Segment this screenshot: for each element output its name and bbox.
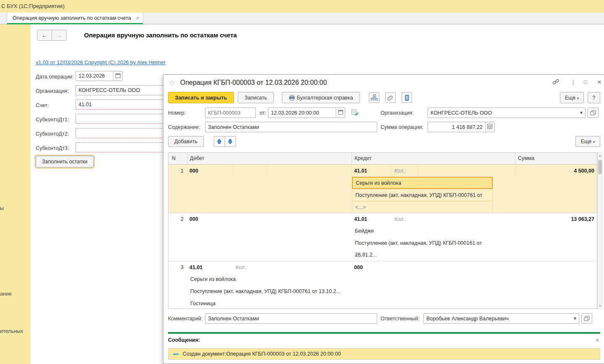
column-header-0[interactable]: N — [172, 155, 176, 161]
posting-row-1[interactable]: 100041.01Кол.:4 500,00Серьги из войлокаП… — [168, 165, 597, 213]
content-field[interactable] — [205, 122, 377, 132]
subconto3-field[interactable] — [76, 142, 163, 152]
calculator-icon — [487, 124, 492, 129]
column-header-2[interactable]: Кредит — [355, 155, 372, 161]
comment-field[interactable] — [205, 313, 377, 324]
row-number-cell[interactable]: 1 — [168, 168, 184, 174]
sum-cell[interactable]: 13 063,27 — [515, 216, 594, 222]
dialog-org-input[interactable] — [428, 108, 578, 118]
subconto2-input[interactable] — [76, 128, 163, 138]
account-input[interactable] — [76, 100, 163, 109]
number-input[interactable] — [205, 108, 255, 118]
scrollbar-thumb[interactable] — [598, 160, 602, 174]
subconto-cell[interactable]: <...> — [352, 201, 493, 213]
subconto-cell[interactable]: Гостиница — [187, 298, 351, 310]
debit-account-cell[interactable]: 000 — [189, 168, 231, 174]
close-dialog-icon[interactable]: × — [597, 79, 601, 85]
maximize-icon[interactable]: □ — [584, 79, 587, 85]
subconto1-input[interactable] — [76, 114, 163, 123]
subconto-cell[interactable]: Поступление (акт, накладная, УПД) КГБП-0… — [187, 285, 351, 298]
table-more-button[interactable]: Еще ▾ — [575, 136, 600, 147]
fill-balances-button[interactable]: Заполнить остатки — [36, 156, 94, 168]
register-records-button[interactable] — [402, 92, 412, 103]
dialog-org-field[interactable]: ▼ — [428, 107, 586, 118]
row-number-cell[interactable]: 3 — [168, 264, 184, 270]
org-open-button[interactable] — [588, 107, 599, 118]
cell-separator — [515, 165, 515, 177]
sum-calculator-button[interactable] — [485, 122, 494, 132]
credit-account-cell[interactable]: 41.01 — [354, 216, 392, 222]
header-separator — [515, 153, 515, 165]
date-calendar-button[interactable] — [113, 71, 122, 81]
save-and-close-button[interactable]: Записать и закрыть — [168, 92, 234, 103]
debit-account-cell[interactable]: 41.01 — [189, 264, 231, 270]
comment-input[interactable] — [205, 314, 377, 323]
org-input[interactable] — [76, 86, 163, 95]
responsible-open-button[interactable] — [581, 313, 592, 324]
credit-account-cell[interactable]: 000 — [354, 264, 392, 270]
accounting-note-button[interactable]: Бухгалтерская справка — [282, 92, 360, 103]
back-button[interactable]: ← — [37, 30, 52, 41]
messages-close-icon[interactable]: × — [596, 336, 599, 343]
subconto-cell[interactable]: Серьги из войлока — [352, 177, 493, 189]
account-field[interactable] — [76, 100, 163, 110]
responsible-input[interactable] — [424, 314, 571, 323]
account-label: Счет: — [36, 102, 49, 108]
posting-row-3[interactable]: 341.01Кол.:000Серьги из войлокаПоступлен… — [168, 261, 597, 309]
get-link-icon[interactable] — [552, 79, 559, 86]
subconto-cell[interactable]: <...> — [352, 249, 493, 262]
responsible-field[interactable]: ▼ — [423, 313, 579, 324]
operation-date-input[interactable] — [76, 71, 113, 81]
datetime-field[interactable] — [268, 107, 345, 118]
tab-label: Операция вручную заполнить по остаткам с… — [13, 15, 131, 21]
sidebar-item-partial-2[interactable]: ание — [0, 291, 12, 297]
scroll-up-icon[interactable]: ▲ — [598, 154, 602, 157]
move-down-button[interactable] — [225, 136, 236, 147]
content-input[interactable] — [205, 122, 377, 132]
chevron-down-icon[interactable]: ▼ — [573, 316, 577, 321]
move-up-button[interactable] — [214, 136, 225, 147]
forward-button[interactable]: → — [52, 30, 67, 41]
operation-date-field[interactable] — [76, 71, 123, 81]
number-field[interactable] — [205, 107, 256, 118]
tab-close-icon[interactable]: × — [136, 15, 139, 21]
subconto-cell[interactable]: Бейджи — [352, 225, 493, 237]
subconto3-input[interactable] — [76, 143, 163, 152]
message-item[interactable]: Создан документ:Операция КГБП-000003 от … — [168, 348, 600, 360]
posting-row-2[interactable]: 200041.01Кол.:13 063,27БейджиПоступление… — [168, 213, 597, 261]
subconto-cell[interactable]: Поступление (акт, накладная, УПД) КГБП-0… — [352, 189, 493, 201]
add-row-button[interactable]: Добавить — [168, 136, 204, 147]
sum-cell[interactable]: 4 500,00 — [515, 168, 594, 174]
subconto1-field[interactable] — [76, 114, 163, 124]
datetime-input[interactable] — [268, 108, 335, 118]
message-text: Создан документ:Операция КГБП-000003 от … — [183, 348, 341, 359]
version-copyright-link[interactable]: v1.03 от 12/03/2026 Copyright (C) 2026 b… — [36, 60, 165, 65]
attachments-button[interactable] — [385, 92, 396, 103]
subconto2-field[interactable] — [76, 128, 163, 138]
credit-qty-label: Кол.: — [394, 216, 424, 222]
column-header-3[interactable]: Сумма — [518, 155, 534, 161]
credit-account-cell[interactable]: 41.01 — [354, 168, 392, 174]
save-button[interactable]: Записать — [238, 92, 274, 103]
debit-account-cell[interactable]: 000 — [189, 216, 231, 222]
row-number-cell[interactable]: 2 — [168, 216, 184, 222]
org-field[interactable] — [76, 85, 163, 95]
structure-button[interactable] — [369, 92, 379, 103]
operation-sum-input[interactable] — [428, 122, 485, 132]
datetime-calendar-button[interactable] — [336, 108, 345, 118]
sidebar-item-partial-3[interactable]: ительных — [0, 328, 23, 334]
column-header-1[interactable]: Дебет — [190, 155, 205, 161]
sidebar-item-partial-1[interactable]: ы — [0, 205, 4, 211]
tab-operation[interactable]: Операция вручную заполнить по остаткам с… — [7, 13, 143, 24]
help-button[interactable]: ? — [588, 92, 600, 103]
favorite-star-icon[interactable]: ☆ — [168, 78, 175, 87]
subconto-cell[interactable]: Серьги из войлока — [187, 273, 351, 285]
subconto-cell[interactable]: Поступление (акт, накладная, УПД) КГБП-0… — [352, 237, 493, 249]
more-menu-icon[interactable]: ⋮ — [570, 79, 576, 86]
set-time-button[interactable] — [349, 107, 360, 118]
scroll-down-icon[interactable]: ▼ — [598, 304, 602, 307]
table-scrollbar[interactable]: ▲ ▼ — [597, 152, 602, 309]
operation-sum-field[interactable] — [428, 122, 495, 132]
chevron-down-icon[interactable]: ▼ — [579, 110, 583, 115]
dialog-more-button[interactable]: Еще ▾ — [560, 92, 584, 103]
